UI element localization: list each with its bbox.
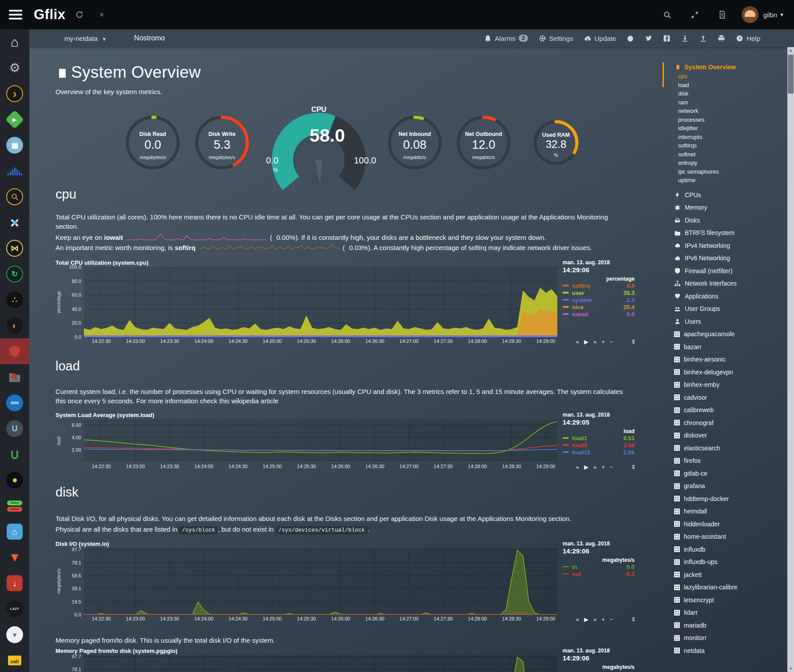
search-icon[interactable] [659, 7, 675, 23]
sidebar-subitem-uptime[interactable]: uptime [664, 176, 787, 185]
update-button[interactable]: Update [584, 35, 616, 42]
sidebar-item-binhex-airsonic[interactable]: binhex-airsonic [664, 353, 787, 366]
legend-row-in[interactable]: in 0.0 [563, 670, 635, 672]
scrollbar-up-arrow[interactable]: ▲ [787, 47, 794, 54]
sidebar-subitem-softnet[interactable]: softnet [664, 150, 787, 159]
facebook-icon[interactable] [663, 35, 671, 42]
help-button[interactable]: ?Help [736, 35, 760, 42]
app-sidebar-item-tautulli[interactable]: ▣ [0, 132, 29, 158]
app-sidebar-item-home-assistant[interactable]: ⌂ [0, 519, 29, 545]
sidebar-item-mariadb[interactable]: mariadb [664, 619, 787, 632]
chart-toolbar-button[interactable]: ▶ [584, 338, 588, 345]
legend-row-user[interactable]: user 35.3 [563, 289, 635, 296]
sidebar-subitem-disk[interactable]: disk [664, 89, 787, 98]
chart-resize-handle[interactable]: ⇕ [631, 464, 636, 470]
chart-toolbar-button[interactable]: + [601, 338, 605, 345]
app-sidebar-item-green-disc[interactable]: ● [0, 467, 29, 493]
app-sidebar-item-nextcloud[interactable]: ooo [0, 390, 29, 416]
app-sidebar-item-ombi[interactable]: ⋈ [0, 235, 29, 261]
app-sidebar-item-monitorr[interactable]: OnlineOffline [0, 493, 29, 519]
sidebar-item-users[interactable]: Users [664, 315, 787, 328]
sidebar-item-netdata[interactable]: netdata [664, 644, 787, 657]
sidebar-subitem-network[interactable]: network [664, 107, 787, 115]
sidebar-item-firefox[interactable]: firefox [664, 454, 787, 467]
chart-toolbar-button[interactable]: − [610, 616, 613, 623]
sidebar-item-apacheguacamole[interactable]: apacheguacamole [664, 328, 787, 341]
legend-row-out[interactable]: out -5.3 [563, 570, 635, 577]
export-snapshot-icon[interactable] [681, 35, 689, 42]
sidebar-item-diskover[interactable]: diskover [664, 429, 787, 442]
app-sidebar-item-emby[interactable]: ▶ [0, 107, 29, 132]
app-sidebar-item-plex[interactable]: › [0, 81, 29, 107]
sidebar-item-grafana[interactable]: grafana [664, 480, 787, 493]
chart-toolbar-button[interactable]: − [610, 464, 613, 470]
chart-toolbar-button[interactable]: » [593, 616, 596, 623]
sidebar-subitem-entropy[interactable]: entropy [664, 159, 787, 167]
close-tab-icon[interactable]: × [94, 7, 110, 23]
chart-toolbar-button[interactable]: − [610, 338, 613, 345]
sidebar-item-binhex-delugevpn[interactable]: binhex-delugevpn [664, 366, 787, 379]
chart-resize-handle[interactable]: ⇕ [631, 616, 636, 623]
chart-toolbar-button[interactable]: ▶ [584, 616, 588, 623]
legend-row-load15[interactable]: load15 2.06 [563, 449, 635, 456]
sidebar-item-calibreweb[interactable]: calibreweb [664, 404, 787, 417]
scrollbar-down-arrow[interactable]: ▼ [787, 665, 794, 672]
chart-resize-handle[interactable]: ⇕ [631, 338, 636, 345]
sidebar-item-influxdb-ups[interactable]: influxdb-ups [664, 556, 787, 569]
username[interactable]: gilbn [763, 11, 777, 19]
app-sidebar-item-gitlab[interactable]: ▼ [0, 545, 29, 570]
sidebar-item-lidarr[interactable]: lidarr [664, 606, 787, 619]
legend-row-iowait[interactable]: iowait 0.0 [563, 310, 635, 318]
legend-row-nice[interactable]: nice 20.4 [563, 303, 635, 310]
sidebar-item-letsencrypt[interactable]: letsencrypt [664, 594, 787, 607]
sidebar-item-jackett[interactable]: jackett [664, 569, 787, 581]
avatar[interactable] [742, 6, 758, 23]
scrollbar-thumb[interactable] [788, 55, 794, 94]
sidebar-item-applications[interactable]: Applications [664, 290, 787, 303]
chart-toolbar-button[interactable]: ▶ [584, 464, 588, 470]
chart-plot-area[interactable] [84, 548, 557, 615]
app-sidebar-item-home[interactable]: ⌂ [0, 29, 29, 55]
print-icon[interactable] [718, 35, 725, 42]
sidebar-item-cpus[interactable]: CPUs [664, 189, 787, 202]
app-sidebar-item-airsonic[interactable] [0, 158, 29, 184]
import-snapshot-icon[interactable] [699, 35, 707, 42]
sidebar-item-influxdb[interactable]: influxdb [664, 543, 787, 556]
refresh-icon[interactable] [71, 7, 87, 23]
sidebar-item-gitlab-ce[interactable]: gitlab-ce [664, 467, 787, 480]
scrollbar[interactable]: ▲ ▼ [787, 47, 794, 672]
chart-plot-area[interactable] [84, 419, 557, 462]
sidebar-item-disks[interactable]: Disks [664, 214, 787, 227]
chart-toolbar-button[interactable]: « [576, 464, 579, 470]
sidebar-subitem-idlejitter[interactable]: idlejitter [664, 124, 787, 133]
sidebar-item-ipv4-networking[interactable]: IPv4 Networking [664, 239, 787, 252]
alarms-button[interactable]: Alarms2 [484, 35, 528, 42]
legend-row-load5[interactable]: load5 2.68 [563, 441, 635, 449]
app-sidebar-item-magnet[interactable]: ∪ [0, 441, 29, 467]
sidebar-subitem-cpu[interactable]: cpu [664, 72, 787, 81]
chart-toolbar-button[interactable]: « [576, 338, 579, 345]
sidebar-item-btrfs-filesystem[interactable]: BTRFS filesystem [664, 227, 787, 239]
chart-toolbar-button[interactable]: + [601, 464, 605, 470]
sidebar-item-lazylibrarian-calibre[interactable]: lazylibrarian-calibre [664, 581, 787, 594]
app-sidebar-item-sabnzbd[interactable]: sab [0, 648, 29, 672]
sidebar-subitem-softirqs[interactable]: softirqs [664, 141, 787, 150]
sidebar-item-memory[interactable]: Memory [664, 201, 787, 214]
sidebar-item-hiddenloader[interactable]: hiddenloader [664, 518, 787, 531]
app-sidebar-item-grafana[interactable]: ◐ [0, 313, 29, 338]
app-sidebar-item-settings[interactable]: ⚙ [0, 55, 29, 81]
sidebar-item-elasticsearch[interactable]: elasticsearch [664, 442, 787, 455]
legend-row-softirq[interactable]: softirq 0.0 [563, 282, 635, 289]
legend-row-in[interactable]: in 0.0 [563, 563, 635, 570]
app-sidebar-item-glances[interactable]: ↻ [0, 261, 29, 287]
sidebar-item-chronograf[interactable]: chronograf [664, 417, 787, 429]
app-sidebar-item-node-graph[interactable]: ∴ [0, 287, 29, 313]
sidebar-item-binhex-emby[interactable]: binhex-emby [664, 378, 787, 391]
sidebar-item-home-assistant[interactable]: home-assistant [664, 530, 787, 543]
app-sidebar-item-lazylibrarian[interactable]: LAZY [0, 596, 29, 622]
sidebar-item-user-groups[interactable]: User Groups [664, 302, 787, 315]
sidebar-item-hddtemp-docker[interactable]: hddtemp-docker [664, 493, 787, 505]
app-sidebar-item-deluge[interactable]: ▼ [0, 622, 29, 648]
sidebar-item-heimdall[interactable]: heimdall [664, 505, 787, 518]
legend-row-system[interactable]: system 2.3 [563, 296, 635, 303]
